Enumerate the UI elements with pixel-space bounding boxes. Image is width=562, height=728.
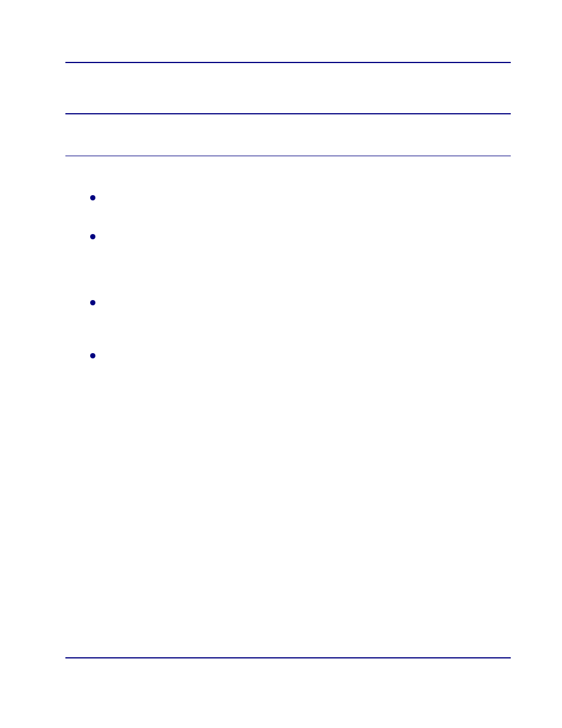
bullet-item bbox=[90, 192, 511, 226]
bullet-item bbox=[90, 297, 511, 345]
document-page bbox=[0, 0, 562, 728]
footer-horizontal-rule bbox=[65, 657, 511, 658]
horizontal-rule-thin bbox=[65, 156, 511, 156]
bullet-item bbox=[90, 230, 511, 292]
horizontal-rule-medium bbox=[65, 113, 511, 114]
bullet-item bbox=[90, 350, 511, 384]
horizontal-rule-thick bbox=[65, 62, 511, 63]
bullet-list bbox=[65, 192, 511, 384]
